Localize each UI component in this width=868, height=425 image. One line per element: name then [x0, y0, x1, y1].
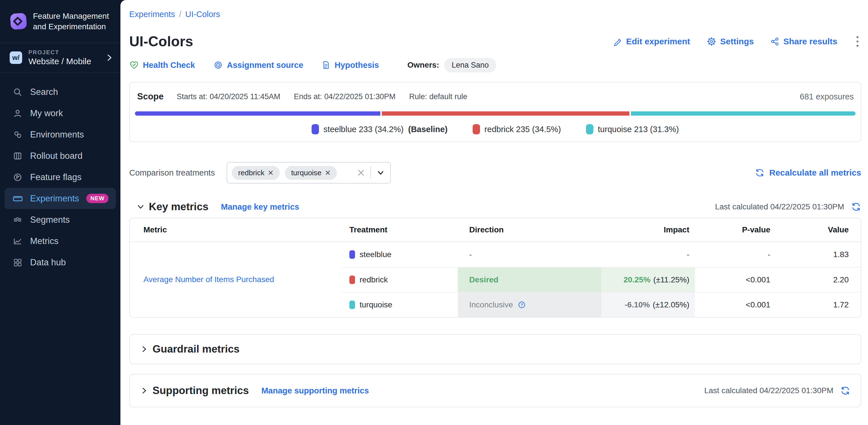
redbrick-swatch [349, 276, 355, 284]
sidebar-item-environments[interactable]: Environments [0, 124, 120, 145]
sidebar-item-search[interactable]: Search [0, 81, 120, 102]
steelblue-swatch [349, 250, 355, 259]
owner-chip[interactable]: Lena Sano [444, 58, 496, 72]
steelblue-swatch [312, 124, 319, 134]
remove-chip-icon[interactable] [268, 170, 274, 176]
key-metrics-table-card: Metric Treatment Direction Impact P-valu… [129, 218, 861, 317]
sidebar-item-label: Segments [30, 215, 70, 225]
table-row-redbrick-value: 2.20 [776, 267, 861, 292]
redbrick-swatch [473, 124, 480, 134]
remove-chip-icon[interactable] [325, 170, 331, 176]
project-avatar: w/ [10, 52, 22, 64]
main-content: Experiments / UI-Colors UI-Colors Edit e… [120, 0, 868, 425]
assignment-source-link[interactable]: Assignment source [213, 60, 303, 70]
bullseye-icon [213, 60, 223, 70]
sidebar-item-metrics[interactable]: Metrics [0, 231, 120, 252]
manage-supporting-metrics-link[interactable]: Manage supporting metrics [261, 386, 369, 395]
sidebar-item-label: Experiments [30, 193, 79, 204]
ruler-icon [12, 193, 23, 204]
new-badge: NEW [86, 194, 108, 203]
scope-ends-at: Ends at:04/22/2025 01:30PM [294, 92, 396, 101]
refresh-icon[interactable] [851, 202, 861, 212]
environments-icon [12, 129, 23, 140]
heart-check-icon [129, 60, 139, 70]
scope-title: Scope [137, 91, 164, 102]
chevron-right-icon[interactable] [140, 345, 149, 354]
project-name: Website / Mobile [28, 57, 91, 66]
table-row-steelblue-pvalue: - [695, 242, 776, 267]
document-icon [321, 61, 331, 70]
key-metrics-table: Metric Treatment Direction Impact P-valu… [130, 218, 861, 317]
refresh-icon[interactable] [840, 386, 850, 396]
table-row-redbrick-impact: 20.25% (±11.25%) [601, 267, 695, 292]
chevron-right-icon[interactable] [140, 386, 149, 395]
treatment-distribution-bar [135, 111, 856, 116]
key-metrics-title: Key metrics [149, 201, 209, 213]
key-metrics-header: Key metrics Manage key metrics Last calc… [129, 200, 861, 214]
breadcrumb-current[interactable]: UI-Colors [185, 10, 220, 19]
title-row: UI-Colors Edit experiment Settings Share… [129, 33, 861, 50]
table-row-turquoise-impact: -6.10% (±12.05%) [601, 292, 695, 317]
metric-link[interactable]: Average Number of Items Purchased [144, 275, 274, 284]
product-title: Feature Management and Experimentation [33, 11, 113, 32]
project-label: PROJECT [28, 49, 91, 56]
breadcrumb: Experiments / UI-Colors [129, 9, 861, 19]
chevron-down-icon[interactable] [376, 168, 385, 177]
supporting-metrics-title: Supporting metrics [153, 385, 249, 397]
experiment-meta-row: Health Check Assignment source Hypothesi… [129, 58, 861, 72]
more-options-button[interactable] [854, 34, 861, 49]
scope-rule: Rule:default rule [409, 92, 467, 101]
chevron-right-icon [105, 53, 114, 62]
breadcrumb-experiments[interactable]: Experiments [129, 10, 175, 19]
health-check-link[interactable]: Health Check [129, 60, 195, 70]
scope-header-row: Scope Starts at:04/20/2025 11:45AM Ends … [135, 90, 856, 103]
question-circle-icon[interactable]: ? [518, 301, 526, 309]
recalculate-all-metrics-button[interactable]: Recalculate all metrics [755, 168, 861, 178]
sidebar-item-my-work[interactable]: My work [0, 102, 120, 124]
sidebar-item-segments[interactable]: Segments [0, 209, 120, 231]
exposures-count: 681 exposures [800, 92, 854, 101]
sidebar-item-data-hub[interactable]: Data hub [0, 252, 120, 273]
baseline-tag: (Baseline) [408, 125, 447, 134]
sidebar-item-label: Data hub [30, 257, 66, 268]
chevron-down-icon[interactable] [136, 203, 145, 211]
app-window: Feature Management and Experimentation w… [0, 0, 868, 425]
edit-experiment-button[interactable]: Edit experiment [613, 37, 690, 46]
table-row-turquoise-treatment: turquoise [341, 292, 458, 317]
column-header-value: Value [776, 218, 861, 242]
hypothesis-link[interactable]: Hypothesis [321, 61, 379, 70]
supporting-metrics-card: Supporting metrics Manage supporting met… [129, 374, 861, 407]
table-row-turquoise-value: 1.72 [776, 292, 861, 317]
title-actions: Edit experiment Settings Share results [613, 34, 861, 49]
sidebar: Feature Management and Experimentation w… [0, 0, 120, 425]
sidebar-item-rollout-board[interactable]: Rollout board [0, 145, 120, 166]
breadcrumb-separator: / [179, 10, 181, 19]
chip-turquoise[interactable]: turquoise [285, 166, 337, 180]
scope-starts-at: Starts at:04/20/2025 11:45AM [177, 92, 280, 101]
guardrail-metrics-title: Guardrail metrics [153, 343, 240, 355]
chip-redbrick[interactable]: redbrick [232, 166, 279, 180]
table-row-redbrick-direction: Desired [458, 267, 601, 292]
settings-button[interactable]: Settings [707, 37, 754, 46]
clear-selection-icon[interactable] [357, 169, 365, 177]
distribution-segment-turquoise [631, 111, 856, 116]
comparison-treatments-select[interactable]: redbrick turquoise [227, 162, 391, 184]
product-logo [10, 12, 27, 30]
manage-key-metrics-link[interactable]: Manage key metrics [221, 202, 299, 212]
turquoise-swatch [586, 124, 593, 134]
share-results-button[interactable]: Share results [770, 37, 837, 46]
table-row-redbrick-pvalue: <0.001 [695, 267, 776, 292]
segments-icon [12, 215, 23, 225]
table-row-turquoise-direction: Inconclusive ? [458, 292, 601, 317]
project-switcher[interactable]: w/ PROJECT Website / Mobile [0, 43, 120, 73]
owners: Owners: Lena Sano [407, 58, 496, 72]
sidebar-item-label: Metrics [30, 236, 59, 246]
gear-icon [707, 37, 716, 46]
scope-card: Scope Starts at:04/20/2025 11:45AM Ends … [129, 82, 861, 142]
sidebar-item-experiments[interactable]: Experiments NEW [4, 188, 116, 209]
legend-item-redbrick: redbrick 235 (34.5%) [473, 124, 561, 134]
table-row-turquoise-pvalue: <0.001 [695, 292, 776, 317]
owners-label: Owners: [407, 61, 439, 70]
sidebar-item-feature-flags[interactable]: Feature flags [0, 166, 120, 188]
sidebar-item-label: Feature flags [30, 172, 82, 182]
